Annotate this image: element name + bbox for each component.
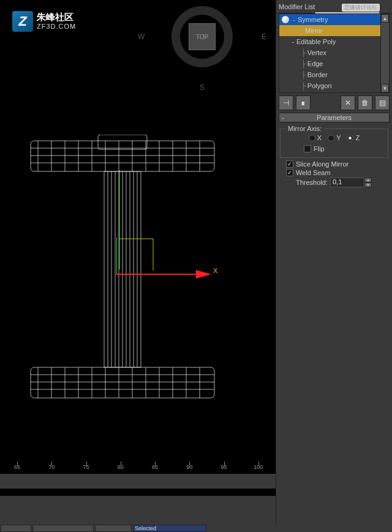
weld-label: Weld Seam — [296, 169, 331, 176]
stack-item-edge[interactable]: ├Edge — [279, 58, 389, 69]
stack-item-label: Polygon — [307, 82, 332, 89]
mirror-axis-label: Mirror Axis: — [285, 125, 324, 132]
stack-item-label: Mirror — [305, 27, 323, 34]
show-end-result-button[interactable]: ∎ — [296, 96, 311, 110]
weld-checkbox[interactable]: ✓ — [286, 169, 293, 176]
modifier-stack[interactable]: - Symmetry Mirror - Editable Poly ├Verte… — [279, 13, 390, 93]
threshold-spinner[interactable]: 0,1 ▲ ▼ — [330, 178, 372, 187]
slice-label: Slice Along Mirror — [296, 160, 349, 168]
logo-text-en: ZF3D.COM — [37, 23, 76, 31]
stack-item-editable-poly[interactable]: - Editable Poly — [279, 36, 389, 47]
stack-item-polygon[interactable]: ├Polygon — [279, 80, 389, 91]
flip-label: Flip — [314, 145, 325, 152]
pin-stack-button[interactable]: ⊣ — [279, 96, 293, 110]
stack-scrollbar[interactable]: ▲ ▼ — [380, 14, 389, 92]
expander-icon[interactable]: - — [290, 16, 298, 23]
stack-item-label: Edge — [307, 60, 323, 67]
tick: 85 — [138, 464, 172, 474]
status-lock[interactable] — [95, 525, 132, 532]
threshold-input[interactable]: 0,1 — [330, 178, 364, 187]
tick: 100 — [241, 464, 276, 474]
flip-checkbox[interactable] — [304, 145, 311, 152]
svg-rect-28 — [31, 367, 214, 398]
viewcube-e[interactable]: E — [262, 32, 266, 41]
viewcube-w[interactable]: W — [138, 32, 145, 41]
timeline-slider[interactable] — [0, 474, 276, 489]
logo: Z 朱峰社区 ZF3D.COM — [12, 11, 76, 32]
bulb-icon[interactable] — [282, 16, 289, 23]
stack-item-label: Border — [307, 71, 328, 78]
tick: 75 — [69, 464, 104, 474]
stack-item-label: Symmetry — [298, 16, 328, 23]
scroll-up-button[interactable]: ▲ — [381, 14, 389, 23]
tick: 95 — [207, 464, 241, 474]
mirror-axis-group: Mirror Axis: X Y Z Flip — [280, 129, 388, 158]
timeline-ticks: 65 70 75 80 85 90 95 100 — [0, 464, 276, 474]
status-dropdown[interactable]: Selected — [133, 525, 206, 532]
configure-sets-button[interactable]: ▤ — [375, 96, 390, 110]
stack-item-symmetry[interactable]: - Symmetry — [279, 14, 389, 25]
tick: 90 — [172, 464, 206, 474]
radio-x[interactable]: X — [309, 134, 322, 141]
stack-item-vertex[interactable]: ├Vertex — [279, 47, 389, 58]
logo-icon: Z — [12, 11, 33, 32]
wireframe-object[interactable] — [12, 135, 245, 416]
svg-rect-0 — [31, 141, 214, 171]
radio-y[interactable]: Y — [328, 134, 341, 141]
stack-item-mirror[interactable]: Mirror — [279, 25, 389, 36]
tick: 70 — [34, 464, 69, 474]
scroll-down-button[interactable]: ▼ — [381, 84, 389, 92]
tick: 80 — [104, 464, 138, 474]
modifier-list-label: Modifier List — [279, 3, 315, 10]
radio-z-label: Z — [355, 134, 360, 141]
radio-z[interactable]: Z — [347, 134, 360, 141]
stack-item-label: Editable Poly — [296, 38, 336, 45]
status-frame — [1, 525, 31, 532]
viewcube-s[interactable]: S — [200, 83, 205, 92]
threshold-label: Threshold: — [296, 179, 328, 186]
radio-y-label: Y — [336, 134, 341, 141]
parameters-rollout: Mirror Axis: X Y Z Flip ✓ Slice Along Mi… — [279, 125, 390, 190]
spinner-up-button[interactable]: ▲ — [364, 178, 372, 182]
rollout-title: Parameters — [317, 114, 352, 121]
remove-modifier-button[interactable]: 🗑 — [358, 96, 372, 110]
parameters-rollout-header[interactable]: - Parameters — [279, 113, 390, 122]
stack-item-element[interactable]: └Element — [279, 91, 389, 92]
watermark-top: 思缘设计论坛 — [342, 4, 380, 12]
tick: 65 — [0, 464, 34, 474]
minus-icon: - — [282, 114, 284, 121]
spinner-down-button[interactable]: ▼ — [364, 182, 372, 187]
slice-checkbox[interactable]: ✓ — [286, 160, 293, 168]
make-unique-button[interactable]: ✕ — [341, 96, 355, 110]
status-selection — [32, 525, 94, 532]
radio-x-label: X — [317, 134, 322, 141]
status-bar: Selected — [0, 525, 392, 532]
viewcube[interactable]: TOP W E S — [165, 0, 239, 73]
command-panel: 思缘设计论坛 WWW.MISSYUAN.COM Modifier List - … — [276, 0, 392, 532]
expander-icon[interactable]: - — [289, 38, 296, 45]
viewport[interactable]: Z 朱峰社区 ZF3D.COM TOP W E S — [0, 0, 276, 496]
logo-text-cn: 朱峰社区 — [37, 12, 76, 23]
stack-item-label: Vertex — [307, 49, 326, 56]
stack-item-border[interactable]: ├Border — [279, 69, 389, 80]
stack-toolbar: ⊣ ∎ ✕ 🗑 ▤ — [279, 96, 390, 110]
viewcube-face-top[interactable]: TOP — [189, 23, 216, 50]
